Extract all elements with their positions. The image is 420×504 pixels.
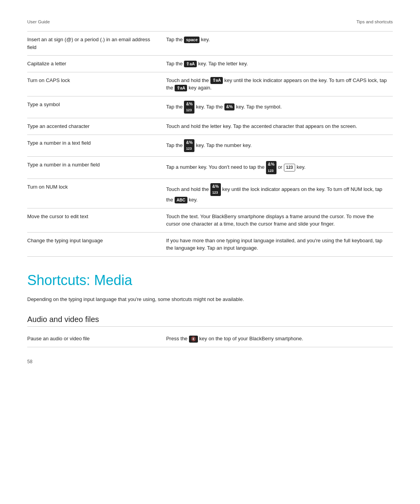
row-label: Turn on NUM lock — [27, 178, 166, 208]
row-desc: Tap the &%123 key. Tap the &% key. Tap t… — [166, 96, 393, 118]
row-label: Type an accented character — [27, 118, 166, 135]
row-desc: Touch and hold the letter key. Tap the a… — [166, 118, 393, 135]
row-desc: Touch and hold the &%123 key until the l… — [166, 178, 393, 208]
sym-key-1: &%123 — [184, 101, 194, 114]
sym-key-2: &% — [224, 103, 235, 110]
page: User Guide Tips and shortcuts Insert an … — [0, 0, 420, 388]
table-row: Type a number in a number field Tap a nu… — [27, 157, 393, 179]
table-row: Type a number in a text field Tap the &%… — [27, 135, 393, 157]
row-desc: Tap the &%123 key. Tap the number key. — [166, 135, 393, 157]
caps-key-2: ⇧aA — [175, 85, 187, 92]
header-right: Tips and shortcuts — [356, 19, 393, 24]
num-key-3: 123 — [284, 164, 296, 172]
row-desc: Tap a number key. You don't need to tap … — [166, 157, 393, 179]
row-desc: Tap the space key. — [166, 32, 393, 56]
row-desc: Press the 🔇 key on the top of your Black… — [166, 331, 393, 347]
num-key-2: &%123 — [266, 161, 276, 174]
row-label: Type a symbol — [27, 96, 166, 118]
row-label: Change the typing input language — [27, 232, 166, 256]
row-label: Insert an at sign (@) or a period (.) in… — [27, 32, 166, 56]
table-row: Pause an audio or video file Press the 🔇… — [27, 331, 393, 347]
row-desc: Tap the ⇧aA key. Tap the letter key. — [166, 56, 393, 72]
row-label: Type a number in a text field — [27, 135, 166, 157]
shortcuts-table: Insert an at sign (@) or a period (.) in… — [27, 32, 393, 257]
row-desc: Touch the text. Your BlackBerry smartpho… — [166, 208, 393, 232]
num-key-1: &%123 — [184, 139, 194, 152]
row-desc: If you have more than one typing input l… — [166, 232, 393, 256]
space-key: space — [184, 37, 200, 44]
table-row: Type an accented character Touch and hol… — [27, 118, 393, 135]
table-row: Move the cursor to edit text Touch the t… — [27, 208, 393, 232]
row-label: Move the cursor to edit text — [27, 208, 166, 232]
row-label: Pause an audio or video file — [27, 331, 166, 347]
header-left: User Guide — [27, 19, 50, 24]
caps-key-1: ⇧aA — [210, 77, 223, 84]
row-label: Type a number in a number field — [27, 157, 166, 179]
media-shortcuts-table: Pause an audio or video file Press the 🔇… — [27, 331, 393, 347]
shift-key: ⇧aA — [184, 61, 196, 68]
num-lock-key-1: &%123 — [210, 183, 221, 196]
table-row: Insert an at sign (@) or a period (.) in… — [27, 32, 393, 56]
table-row: Turn on CAPS lock Touch and hold the ⇧aA… — [27, 72, 393, 96]
table-row: Turn on NUM lock Touch and hold the &%12… — [27, 178, 393, 208]
mute-key: 🔇 — [189, 336, 198, 343]
page-number: 58 — [27, 359, 393, 364]
subsection-title: Audio and video files — [27, 315, 393, 327]
section-desc: Depending on the typing input language t… — [27, 296, 393, 304]
row-desc: Touch and hold the ⇧aA key until the loc… — [166, 72, 393, 96]
section-title: Shortcuts: Media — [27, 272, 393, 289]
row-label: Capitalize a letter — [27, 56, 166, 72]
table-row: Type a symbol Tap the &%123 key. Tap the… — [27, 96, 393, 118]
row-label: Turn on CAPS lock — [27, 72, 166, 96]
abc-key: ABC — [175, 197, 187, 204]
table-row: Capitalize a letter Tap the ⇧aA key. Tap… — [27, 56, 393, 72]
page-header: User Guide Tips and shortcuts — [27, 19, 393, 24]
table-row: Change the typing input language If you … — [27, 232, 393, 256]
